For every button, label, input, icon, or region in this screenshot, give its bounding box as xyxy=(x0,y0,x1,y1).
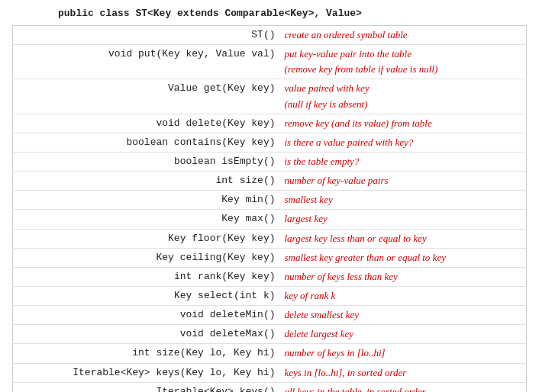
description-cell: remove key (and its value) from table xyxy=(280,114,527,133)
table-row: Key floor(Key key)largest key less than … xyxy=(13,229,527,248)
signature-cell: Iterable<Key> keys(Key lo, Key hi) xyxy=(13,363,280,382)
table-row: Key max()largest key xyxy=(13,210,527,229)
signature-cell: Key min() xyxy=(13,191,280,210)
description-cell: largest key xyxy=(280,210,527,229)
table-row: int size(Key lo, Key hi)number of keys i… xyxy=(13,344,527,363)
description-cell: create an ordered symbol table xyxy=(280,26,527,45)
signature-cell: Key select(int k) xyxy=(13,286,280,305)
signature-cell: void put(Key key, Value val) xyxy=(13,45,280,79)
signature-cell: void deleteMin() xyxy=(13,306,280,325)
signature-cell: Key max() xyxy=(13,210,280,229)
table-row: Iterable<Key> keys()all keys in the tabl… xyxy=(13,382,527,392)
signature-cell: int size() xyxy=(13,172,280,191)
description-cell: largest key less than or equal to key xyxy=(280,229,527,248)
description-cell: is the table empty? xyxy=(280,152,527,171)
signature-cell: void delete(Key key) xyxy=(13,114,280,133)
description-cell: smallest key greater than or equal to ke… xyxy=(280,248,527,267)
description-cell: smallest key xyxy=(280,191,527,210)
table-row: Key ceiling(Key key)smallest key greater… xyxy=(13,248,527,267)
signature-cell: Key ceiling(Key key) xyxy=(13,248,280,267)
table-row: Value get(Key key)value paired with key(… xyxy=(13,79,527,114)
signature-cell: Value get(Key key) xyxy=(13,79,280,114)
table-row: Key select(int k)key of rank k xyxy=(13,286,527,305)
table-row: Iterable<Key> keys(Key lo, Key hi)keys i… xyxy=(13,363,527,382)
table-row: boolean contains(Key key)is there a valu… xyxy=(13,133,527,152)
description-cell: delete largest key xyxy=(280,325,527,344)
signature-cell: boolean contains(Key key) xyxy=(13,133,280,152)
table-row: Key min()smallest key xyxy=(13,191,527,210)
description-cell: key of rank k xyxy=(280,286,527,305)
signature-cell: int size(Key lo, Key hi) xyxy=(13,344,280,363)
header-line: public class ST<Key extends Comparable<K… xyxy=(12,8,527,19)
description-cell: delete smallest key xyxy=(280,306,527,325)
signature-cell: Iterable<Key> keys() xyxy=(13,382,280,392)
table-row: ST()create an ordered symbol table xyxy=(13,26,527,45)
description-cell: value paired with key(null if key is abs… xyxy=(280,79,527,114)
description-cell: keys in [lo..hi], in sorted order xyxy=(280,363,527,382)
description-cell: is there a value paired with key? xyxy=(280,133,527,152)
signature-cell: int rank(Key key) xyxy=(13,267,280,286)
description-cell: number of key-value pairs xyxy=(280,172,527,191)
signature-cell: void deleteMax() xyxy=(13,325,280,344)
table-row: void delete(Key key)remove key (and its … xyxy=(13,114,527,133)
table-row: int size()number of key-value pairs xyxy=(13,172,527,191)
signature-cell: boolean isEmpty() xyxy=(13,152,280,171)
api-table: ST()create an ordered symbol tablevoid p… xyxy=(12,25,527,392)
table-row: void put(Key key, Value val)put key-valu… xyxy=(13,45,527,79)
description-cell: number of keys in [lo..hi] xyxy=(280,344,527,363)
table-row: boolean isEmpty()is the table empty? xyxy=(13,152,527,171)
table-row: int rank(Key key)number of keys less tha… xyxy=(13,267,527,286)
table-row: void deleteMax()delete largest key xyxy=(13,325,527,344)
description-cell: all keys in the table, in sorted order xyxy=(280,382,527,392)
signature-cell: ST() xyxy=(13,26,280,45)
table-row: void deleteMin()delete smallest key xyxy=(13,306,527,325)
description-cell: number of keys less than key xyxy=(280,267,527,286)
description-cell: put key-value pair into the table(remove… xyxy=(280,45,527,79)
signature-cell: Key floor(Key key) xyxy=(13,229,280,248)
